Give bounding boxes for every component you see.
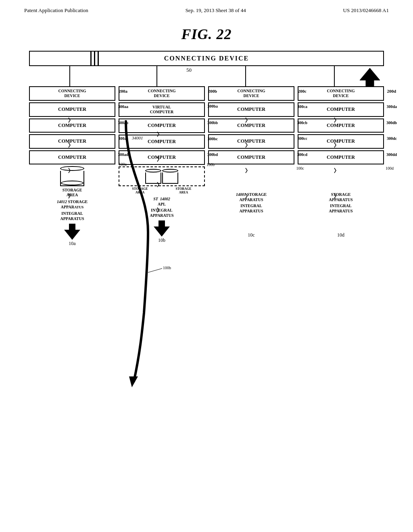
top-device-ref: 50: [186, 67, 192, 73]
column-a: CONNECTINGDEVICE 200a COMPUTER 300aa COM…: [29, 86, 115, 247]
col-a-storage-label: STORAGEAREA: [29, 188, 115, 197]
columns-row: CONNECTINGDEVICE 200a COMPUTER 300aa COM…: [29, 86, 384, 247]
arrow-up-right: [360, 68, 380, 88]
column-b: CONNECTINGDEVICE 200b VIRTUALCOMPUTER 30…: [119, 86, 205, 247]
top-device-label: CONNECTING DEVICE: [164, 55, 249, 62]
header-right: US 2013/0246668 A1: [343, 7, 389, 14]
svg-line-5: [148, 268, 162, 272]
svg-text:100b: 100b: [163, 266, 171, 270]
svg-marker-1: [64, 224, 80, 240]
col-a-conn-label: CONNECTINGDEVICE: [58, 89, 86, 98]
figure-title: FIG. 22: [0, 26, 413, 43]
column-c: CONNECTINGDEVICE 200c COMPUTER 300ca COM…: [208, 86, 294, 247]
col-b-arrow-down: [119, 220, 205, 237]
col-a-arrow-down: [29, 224, 115, 240]
column-d: CONNECTINGDEVICE 200d COMPUTER 300da COM…: [298, 86, 384, 247]
diagram-wrapper: CONNECTING DEVICE 50 CONNEC: [29, 51, 384, 247]
col-a-integral: INTEGRALAPPARATUS: [29, 211, 115, 221]
page-header: Patent Application Publication Sep. 19, …: [0, 0, 413, 14]
top-connecting-device: CONNECTING DEVICE: [29, 51, 384, 66]
svg-marker-0: [360, 68, 380, 86]
header-left: Patent Application Publication: [24, 7, 88, 14]
svg-marker-2: [154, 220, 170, 237]
header-center: Sep. 19, 2013 Sheet 38 of 44: [186, 7, 246, 14]
svg-marker-3: [129, 376, 138, 387]
